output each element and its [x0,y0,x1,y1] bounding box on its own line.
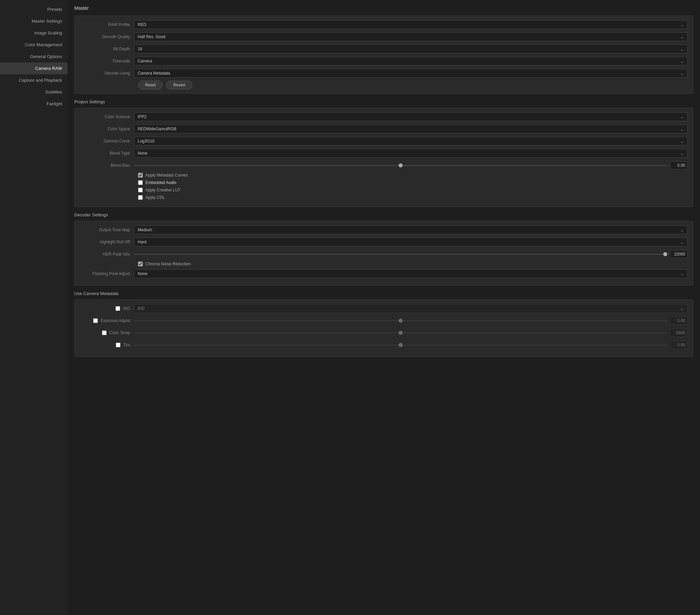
tint-slider[interactable] [134,344,667,346]
color-space-select[interactable]: REDWideGamutRGB [134,125,688,133]
master-button-row: Reset Revert [80,81,688,89]
output-tone-map-control: Medium [134,225,688,234]
flashing-pixel-adjust-label: Flashing Pixel Adjust [80,272,134,276]
decode-using-label: Decode Using [80,71,134,76]
raw-profile-control: RED [134,20,688,29]
color-space-row: Color Space REDWideGamutRGB [80,124,688,134]
camera-metadata-title: Use Camera Metadata [74,291,693,296]
blend-type-row: Blend Type None [80,149,688,158]
decoder-settings-title: Decoder Settings [74,212,693,217]
hdr-peak-nits-slider[interactable] [134,254,667,255]
color-temp-slider[interactable] [134,332,667,334]
sidebar: PresetsMaster SettingsImage ScalingColor… [0,0,67,615]
embedded-audio-label: Embedded Audio [146,180,176,185]
tint-checkbox[interactable] [116,343,121,347]
decode-using-control: Camera Metadata [134,69,688,78]
gamma-curve-row: Gamma Curve Log3G10 [80,136,688,146]
color-science-control: IPP2 [134,112,688,121]
exposure-adjust-checkbox[interactable] [93,318,98,323]
apply-creative-lut-row: Apply Creative LUT [80,188,688,192]
apply-cdl-label: Apply CDL [146,195,165,200]
highlight-roll-off-select[interactable]: Hard [134,238,688,247]
color-temp-label: Color Temp [80,330,134,335]
timecode-row: Timecode Camera [80,57,688,66]
bit-depth-label: Bit Depth [80,47,134,51]
sidebar-item-camera-raw[interactable]: Camera RAW [0,62,67,74]
timecode-label: Timecode [80,59,134,63]
chroma-noise-reduction-checkbox[interactable] [138,262,143,266]
highlight-roll-off-control: Hard [134,238,688,247]
revert-button[interactable]: Revert [166,81,192,89]
sidebar-item-general-options[interactable]: General Options [0,51,67,62]
sidebar-item-fairlight[interactable]: Fairlight [0,98,67,110]
flashing-pixel-adjust-select[interactable]: None [134,269,688,278]
exposure-adjust-slider[interactable] [134,320,667,321]
gamma-curve-control: Log3G10 [134,137,688,146]
tint-row: Tint 0.00 [80,340,688,350]
apply-creative-lut-label: Apply Creative LUT [146,188,180,192]
color-science-select[interactable]: IPP2 [134,112,688,121]
decode-using-select[interactable]: Camera Metadata [134,69,688,78]
output-tone-map-select[interactable]: Medium [134,225,688,234]
bit-depth-row: Bit Depth 16 [80,44,688,54]
flashing-pixel-adjust-control: None [134,269,688,278]
blend-type-select[interactable]: None [134,149,688,158]
highlight-roll-off-row: Highlight Roll Off Hard [80,237,688,247]
decoder-settings-panel: Output Tone Map Medium Highlight Roll Of… [74,221,693,286]
gamma-curve-label: Gamma Curve [80,139,134,143]
apply-metadata-curves-label: Apply Metadata Curves [146,173,188,177]
decode-quality-select[interactable]: Half Res. Good [134,33,688,41]
iso-select[interactable]: 800 [134,304,688,313]
apply-creative-lut-checkbox[interactable] [138,188,143,192]
chroma-noise-reduction-label: Chroma Noise Reduction [146,262,191,266]
chroma-noise-reduction-row: Chroma Noise Reduction [80,262,688,266]
sidebar-item-subtitles[interactable]: Subtitles [0,86,67,98]
hdr-peak-nits-row: HDR Peak Nits 10000 [80,249,688,259]
sidebar-item-capture-and-playback[interactable]: Capture and Playback [0,74,67,86]
apply-metadata-curves-row: Apply Metadata Curves [80,173,688,177]
highlight-roll-off-label: Highlight Roll Off [80,240,134,244]
raw-profile-select[interactable]: RED [134,20,688,29]
blend-bias-label: Blend Bias [80,163,134,168]
blend-bias-row: Blend Bias 0.00 [80,161,688,170]
project-settings-title: Project Settings [74,99,693,104]
color-science-label: Color Science [80,114,134,119]
timecode-select[interactable]: Camera [134,57,688,65]
reset-button[interactable]: Reset [138,81,163,89]
color-temp-checkbox[interactable] [102,330,107,335]
master-section: RAW Profile RED Decode Quality Half Res.… [74,15,693,94]
sidebar-item-color-management[interactable]: Color Management [0,39,67,51]
tint-control: 0.00 [134,341,688,349]
exposure-adjust-label: Exposure Adjust [80,318,134,323]
timecode-control: Camera [134,57,688,65]
gamma-curve-select[interactable]: Log3G10 [134,137,688,146]
tint-label: Tint [80,343,134,347]
exposure-adjust-row: Exposure Adjust 0.00 [80,316,688,325]
sidebar-item-master-settings[interactable]: Master Settings [0,15,67,27]
color-space-control: REDWideGamutRGB [134,125,688,133]
output-tone-map-row: Output Tone Map Medium [80,225,688,235]
color-space-label: Color Space [80,127,134,131]
sidebar-item-presets[interactable]: Presets [0,3,67,15]
output-tone-map-label: Output Tone Map [80,227,134,232]
iso-checkbox[interactable] [115,306,120,311]
sidebar-item-image-scaling[interactable]: Image Scaling [0,27,67,39]
decode-quality-label: Decode Quality [80,35,134,39]
blend-bias-value: 0.00 [670,161,688,170]
apply-cdl-checkbox[interactable] [138,195,143,200]
blend-type-control: None [134,149,688,158]
iso-label: ISO [80,306,134,311]
embedded-audio-checkbox[interactable] [138,180,143,185]
main-content: Master RAW Profile RED Decode Quality Ha… [67,0,700,615]
embedded-audio-row: Embedded Audio [80,180,688,185]
color-temp-value: 5600 [670,329,688,337]
color-temp-row: Color Temp 5600 [80,328,688,338]
color-temp-control: 5600 [134,329,688,337]
decode-quality-row: Decode Quality Half Res. Good [80,32,688,41]
camera-metadata-panel: ISO 800 Exposure Adjust 0.00 [74,299,693,357]
iso-row: ISO 800 [80,304,688,313]
blend-bias-slider[interactable] [134,165,667,166]
blend-type-label: Blend Type [80,151,134,155]
bit-depth-select[interactable]: 16 [134,45,688,53]
apply-metadata-curves-checkbox[interactable] [138,173,143,177]
